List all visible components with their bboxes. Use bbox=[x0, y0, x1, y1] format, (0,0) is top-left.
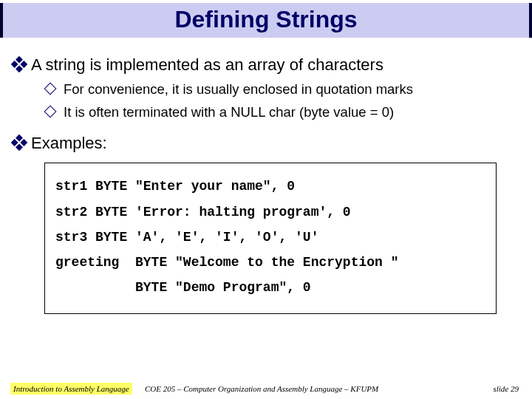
bullet-text: Examples: bbox=[31, 132, 107, 154]
open-diamond-icon bbox=[44, 105, 57, 117]
open-diamond-icon bbox=[44, 82, 57, 95]
diamond-bullet-icon bbox=[11, 56, 28, 73]
slide-title: Defining Strings bbox=[174, 6, 357, 33]
code-line: str3 BYTE 'A', 'E', 'I', 'O', 'U' bbox=[55, 225, 485, 250]
footer-right: slide 29 bbox=[493, 384, 519, 393]
code-line: str2 BYTE 'Error: halting program', 0 bbox=[55, 200, 485, 225]
bullet-item: Examples: bbox=[13, 132, 519, 154]
sub-bullet-item: For convenience, it is usually enclosed … bbox=[46, 81, 519, 99]
sub-bullet-item: It is often terminated with a NULL char … bbox=[46, 103, 519, 122]
bullet-text: A string is implemented as an array of c… bbox=[31, 54, 383, 76]
slide-body: A string is implemented as an array of c… bbox=[0, 38, 532, 314]
footer: Introduction to Assembly Language COE 20… bbox=[0, 377, 532, 395]
title-bar: Defining Strings bbox=[0, 3, 532, 38]
sub-bullet-text: For convenience, it is usually enclosed … bbox=[64, 81, 413, 99]
code-line: greeting BYTE "Welcome to the Encryption… bbox=[55, 250, 485, 275]
code-line: str1 BYTE "Enter your name", 0 bbox=[55, 174, 485, 199]
code-box: str1 BYTE "Enter your name", 0 str2 BYTE… bbox=[44, 163, 497, 314]
code-line: BYTE "Demo Program", 0 bbox=[55, 275, 485, 300]
footer-left: Introduction to Assembly Language bbox=[10, 383, 132, 395]
diamond-bullet-icon bbox=[11, 134, 28, 151]
bullet-item: A string is implemented as an array of c… bbox=[13, 54, 519, 76]
title-inner: Defining Strings bbox=[3, 3, 529, 38]
sub-bullet-text: It is often terminated with a NULL char … bbox=[64, 103, 394, 122]
footer-mid: COE 205 – Computer Organization and Asse… bbox=[145, 384, 378, 393]
slide: Defining Strings A string is implemented… bbox=[0, 3, 532, 399]
